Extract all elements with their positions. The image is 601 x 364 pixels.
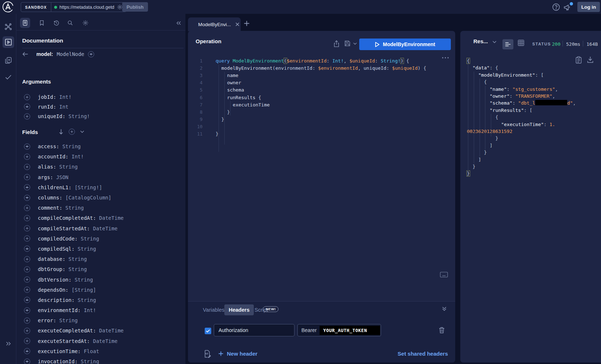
new-tab-plus-icon[interactable] — [244, 20, 250, 27]
explorer-settings-gear-icon[interactable] — [80, 18, 91, 28]
publish-button[interactable]: Publish — [122, 2, 148, 12]
editor-more-options-icon[interactable] — [441, 56, 449, 59]
back-arrow-icon[interactable] — [22, 52, 28, 57]
collapse-section-chevrons-icon[interactable] — [441, 306, 447, 312]
set-shared-headers-link[interactable]: Set shared headers — [398, 351, 448, 357]
field-signature[interactable]: executeStartedAt: DateTime — [38, 338, 117, 344]
add-field-button[interactable] — [24, 348, 30, 354]
add-field-button[interactable] — [24, 174, 30, 180]
collapse-panel-icon[interactable] — [173, 18, 184, 28]
expand-rail-icon[interactable] — [3, 338, 14, 349]
copy-response-icon[interactable] — [576, 56, 582, 64]
sort-fields-icon[interactable] — [59, 129, 64, 135]
response-dropdown-chevron-icon[interactable] — [492, 40, 497, 44]
field-signature[interactable]: error: String — [38, 318, 78, 323]
raw-view-toggle[interactable] — [502, 39, 513, 49]
schema-graph-icon[interactable] — [3, 21, 14, 33]
add-field-button[interactable] — [24, 205, 30, 211]
field-signature[interactable]: database: String — [38, 256, 87, 262]
share-operation-icon[interactable] — [333, 40, 340, 47]
add-field-button[interactable] — [24, 287, 30, 293]
response-dropdown-label[interactable]: Res... — [473, 38, 488, 44]
field-signature[interactable]: uniqueId: String! — [38, 113, 90, 119]
header-value-field[interactable]: Bearer YOUR_AUTH_TOKEN — [297, 324, 381, 336]
field-signature[interactable]: dbtVersion: String — [38, 277, 93, 283]
indent-guide — [474, 72, 474, 164]
header-key-input[interactable] — [214, 324, 295, 336]
add-field-button[interactable] — [24, 318, 30, 324]
close-tab-icon[interactable] — [235, 22, 240, 27]
field-signature[interactable]: jobId: Int! — [38, 94, 72, 100]
add-field-button[interactable] — [24, 328, 30, 334]
field-signature[interactable]: environmentId: Int! — [38, 307, 96, 313]
add-field-button[interactable] — [24, 195, 30, 201]
explorer-icon[interactable] — [3, 36, 14, 48]
divider — [583, 41, 583, 46]
field-signature[interactable]: childrenL1: [String!] — [38, 185, 102, 190]
add-field-button[interactable] — [24, 338, 30, 344]
field-signature[interactable]: compiledCode: String — [38, 236, 99, 242]
checks-icon[interactable] — [3, 71, 14, 83]
keyboard-shortcuts-icon[interactable] — [440, 272, 448, 278]
add-field-button[interactable] — [24, 215, 30, 221]
field-signature[interactable]: description: String — [38, 297, 96, 303]
documentation-tab-icon[interactable] — [20, 18, 30, 28]
add-field-button[interactable] — [24, 184, 30, 190]
add-field-button[interactable] — [24, 143, 30, 150]
field-signature[interactable]: executeCompletedAt: DateTime — [38, 328, 124, 333]
fields-menu-chevron-icon[interactable] — [80, 130, 84, 133]
field-signature[interactable]: runId: Int — [38, 104, 68, 110]
table-view-toggle-icon[interactable] — [518, 40, 524, 46]
bookmarks-tab-icon[interactable] — [37, 18, 47, 28]
field-signature[interactable]: compileStartedAt: DateTime — [38, 226, 117, 231]
field-signature[interactable]: compiledSql: String — [38, 246, 96, 252]
login-button[interactable]: Log in — [577, 2, 600, 12]
add-field-button[interactable] — [24, 359, 30, 364]
add-field-button[interactable] — [24, 307, 30, 314]
header-enabled-checkbox[interactable] — [205, 328, 211, 334]
download-response-icon[interactable] — [587, 56, 593, 63]
field-signature[interactable]: dbtGroup: String — [38, 266, 87, 272]
search-tab-icon[interactable] — [65, 18, 75, 28]
add-field-button[interactable] — [24, 256, 30, 262]
run-operation-button[interactable]: ModelByEnvironment — [359, 39, 451, 50]
field-row: invocationId: String — [22, 356, 182, 364]
field-signature[interactable]: columns: [CatalogColumn] — [38, 195, 111, 201]
tab-headers[interactable]: Headers — [224, 304, 254, 315]
add-field-button[interactable] — [24, 235, 30, 242]
field-signature[interactable]: access: String — [38, 143, 81, 149]
add-field-button[interactable] — [24, 297, 30, 303]
help-icon[interactable] — [552, 3, 560, 11]
history-tab-icon[interactable] — [51, 18, 61, 28]
save-operation-icon[interactable] — [344, 40, 350, 46]
add-field-button[interactable] — [24, 164, 30, 170]
field-signature[interactable]: accountId: Int! — [38, 154, 84, 159]
field-signature[interactable]: alias: String — [38, 164, 78, 170]
add-field-button[interactable] — [24, 104, 30, 110]
field-signature[interactable]: dependsOn: [String] — [38, 287, 96, 293]
field-signature[interactable]: comment: String — [38, 205, 84, 211]
env-variables-doc-icon[interactable] — [204, 350, 211, 358]
add-all-fields-button[interactable] — [69, 129, 75, 135]
save-menu-chevron-icon[interactable] — [353, 42, 357, 45]
field-signature[interactable]: args: JSON — [38, 174, 68, 180]
add-type-button[interactable] — [88, 51, 94, 57]
field-signature[interactable]: compileCompletedAt: DateTime — [38, 215, 124, 221]
field-signature[interactable]: invocationId: String — [38, 359, 99, 364]
add-field-button[interactable] — [24, 94, 30, 100]
endpoint-settings-gear-icon[interactable] — [117, 4, 123, 10]
add-field-button[interactable] — [24, 113, 30, 120]
endpoint-group: SANDBOX https://metadata.cloud.getd — [21, 2, 127, 12]
add-field-button[interactable] — [24, 276, 30, 283]
operation-tab[interactable]: ModelByEnvi... — [188, 17, 241, 31]
add-field-button[interactable] — [24, 154, 30, 160]
add-field-button[interactable] — [24, 266, 30, 272]
apollo-logo-icon[interactable] — [2, 1, 14, 13]
delete-header-trash-icon[interactable] — [438, 327, 445, 333]
operation-collection-icon[interactable] — [3, 54, 14, 66]
add-field-button[interactable] — [24, 225, 30, 231]
endpoint-url-field[interactable]: https://metadata.cloud.getd — [51, 3, 126, 12]
field-signature[interactable]: executionTime: Float — [38, 348, 99, 354]
new-header-button[interactable]: New header — [218, 351, 257, 357]
add-field-button[interactable] — [24, 246, 30, 252]
